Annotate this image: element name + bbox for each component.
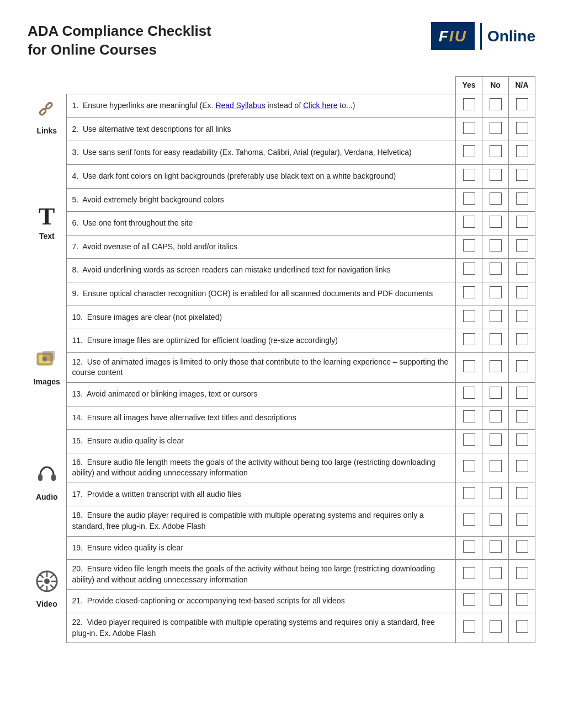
- check-na[interactable]: [509, 141, 535, 165]
- audio-label: Audio: [30, 492, 64, 503]
- online-logo: Online: [487, 25, 535, 47]
- item-cell: 3. Use sans serif fonts for easy readabi…: [66, 141, 456, 165]
- checklist-table: Yes No N/A Links: [28, 76, 535, 644]
- check-no[interactable]: [482, 164, 509, 188]
- check-na[interactable]: [509, 329, 535, 353]
- check-yes[interactable]: [456, 590, 482, 613]
- table-row: 8. Avoid underlining words as screen rea…: [28, 259, 535, 282]
- check-yes[interactable]: [456, 406, 482, 430]
- check-na[interactable]: [509, 235, 535, 259]
- check-na[interactable]: [509, 536, 535, 560]
- check-no[interactable]: [482, 235, 509, 259]
- svg-rect-8: [38, 474, 43, 481]
- check-na[interactable]: [509, 430, 535, 453]
- check-na[interactable]: [509, 259, 535, 282]
- check-na[interactable]: [509, 506, 535, 536]
- na-col-header: N/A: [509, 76, 535, 94]
- check-na[interactable]: [509, 306, 535, 329]
- check-na[interactable]: [509, 94, 535, 118]
- check-yes[interactable]: [456, 430, 482, 453]
- table-header-row: Yes No N/A: [28, 76, 535, 94]
- check-no[interactable]: [482, 306, 509, 329]
- check-no[interactable]: [482, 188, 509, 212]
- click-here-link[interactable]: Click here: [303, 101, 337, 110]
- check-na[interactable]: [509, 406, 535, 430]
- check-no[interactable]: [482, 430, 509, 453]
- check-yes[interactable]: [456, 259, 482, 282]
- check-na[interactable]: [509, 188, 535, 212]
- check-no[interactable]: [482, 141, 509, 165]
- table-row: 21. Provide closed-captioning or accompa…: [28, 590, 535, 613]
- item-cell: 22. Video player required is compatible …: [66, 613, 456, 643]
- check-yes[interactable]: [456, 506, 482, 536]
- check-yes[interactable]: [456, 483, 482, 506]
- check-yes[interactable]: [456, 306, 482, 329]
- check-no[interactable]: [482, 212, 509, 235]
- check-no[interactable]: [482, 590, 509, 613]
- table-row: 5. Avoid extremely bright background col…: [28, 188, 535, 212]
- images-label: Images: [30, 377, 64, 388]
- check-no[interactable]: [482, 352, 509, 382]
- check-no[interactable]: [482, 329, 509, 353]
- check-no[interactable]: [482, 506, 509, 536]
- table-row: Images 10. Ensure images are clear (not …: [28, 306, 535, 329]
- check-no[interactable]: [482, 536, 509, 560]
- check-no[interactable]: [482, 453, 509, 483]
- check-yes[interactable]: [456, 164, 482, 188]
- check-no[interactable]: [482, 117, 509, 141]
- check-yes[interactable]: [456, 235, 482, 259]
- check-na[interactable]: [509, 282, 535, 306]
- audio-icon: [35, 463, 59, 487]
- table-row: 6. Use one font throughout the site: [28, 212, 535, 235]
- check-yes[interactable]: [456, 352, 482, 382]
- item-cell: 1. Ensure hyperlinks are meaningful (Ex.…: [66, 94, 456, 118]
- item-cell: 17. Provide a written transcript with al…: [66, 483, 456, 506]
- svg-line-17: [50, 585, 54, 589]
- check-yes[interactable]: [456, 536, 482, 560]
- check-na[interactable]: [509, 560, 535, 590]
- item-cell: 14. Ensure all images have alternative t…: [66, 406, 456, 430]
- check-no[interactable]: [482, 483, 509, 506]
- check-na[interactable]: [509, 453, 535, 483]
- check-na[interactable]: [509, 164, 535, 188]
- table-row: 4. Use dark font colors on light backgro…: [28, 164, 535, 188]
- check-no[interactable]: [482, 613, 509, 643]
- table-row: 17. Provide a written transcript with al…: [28, 483, 535, 506]
- check-yes[interactable]: [456, 141, 482, 165]
- check-no[interactable]: [482, 406, 509, 430]
- check-na[interactable]: [509, 382, 535, 406]
- check-na[interactable]: [509, 613, 535, 643]
- check-na[interactable]: [509, 117, 535, 141]
- check-yes[interactable]: [456, 282, 482, 306]
- check-no[interactable]: [482, 94, 509, 118]
- icon-col-header: [28, 76, 66, 94]
- check-yes[interactable]: [456, 94, 482, 118]
- check-na[interactable]: [509, 590, 535, 613]
- check-yes[interactable]: [456, 329, 482, 353]
- item-cell: 4. Use dark font colors on light backgro…: [66, 164, 456, 188]
- check-yes[interactable]: [456, 453, 482, 483]
- check-yes[interactable]: [456, 188, 482, 212]
- check-no[interactable]: [482, 382, 509, 406]
- check-na[interactable]: [509, 352, 535, 382]
- title-block: ADA Compliance Checklist for Online Cour…: [28, 22, 211, 60]
- check-no[interactable]: [482, 282, 509, 306]
- check-no[interactable]: [482, 560, 509, 590]
- table-row: 2. Use alternative text descriptions for…: [28, 117, 535, 141]
- check-no[interactable]: [482, 259, 509, 282]
- check-yes[interactable]: [456, 212, 482, 235]
- read-syllabus-link[interactable]: Read Syllabus: [215, 101, 265, 110]
- text-label: Text: [30, 231, 64, 242]
- svg-point-11: [44, 579, 50, 584]
- check-yes[interactable]: [456, 117, 482, 141]
- yes-col-header: Yes: [456, 76, 482, 94]
- check-na[interactable]: [509, 483, 535, 506]
- video-icon: [35, 569, 59, 593]
- item-cell: 20. Ensure video file length meets the g…: [66, 560, 456, 590]
- check-yes[interactable]: [456, 560, 482, 590]
- item-cell: 19. Ensure video quality is clear: [66, 536, 456, 560]
- check-yes[interactable]: [456, 613, 482, 643]
- check-yes[interactable]: [456, 382, 482, 406]
- item-cell: 2. Use alternative text descriptions for…: [66, 117, 456, 141]
- check-na[interactable]: [509, 212, 535, 235]
